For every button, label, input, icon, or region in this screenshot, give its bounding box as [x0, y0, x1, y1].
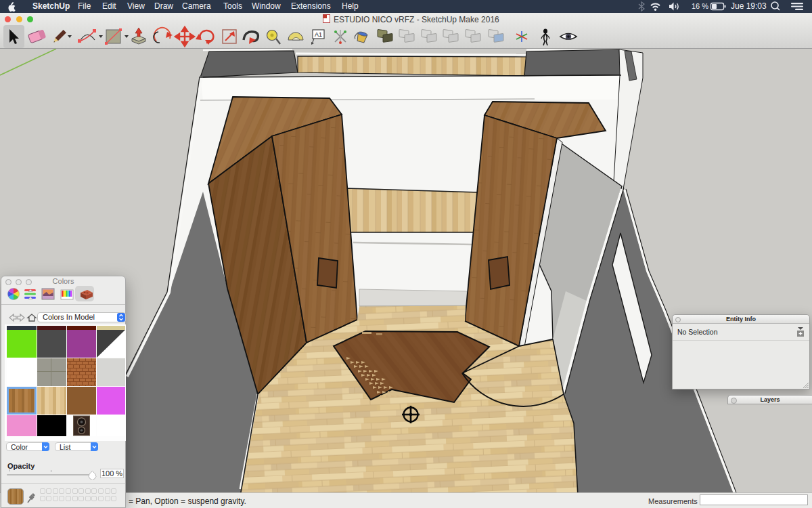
svg-text:A1: A1 — [315, 31, 322, 38]
